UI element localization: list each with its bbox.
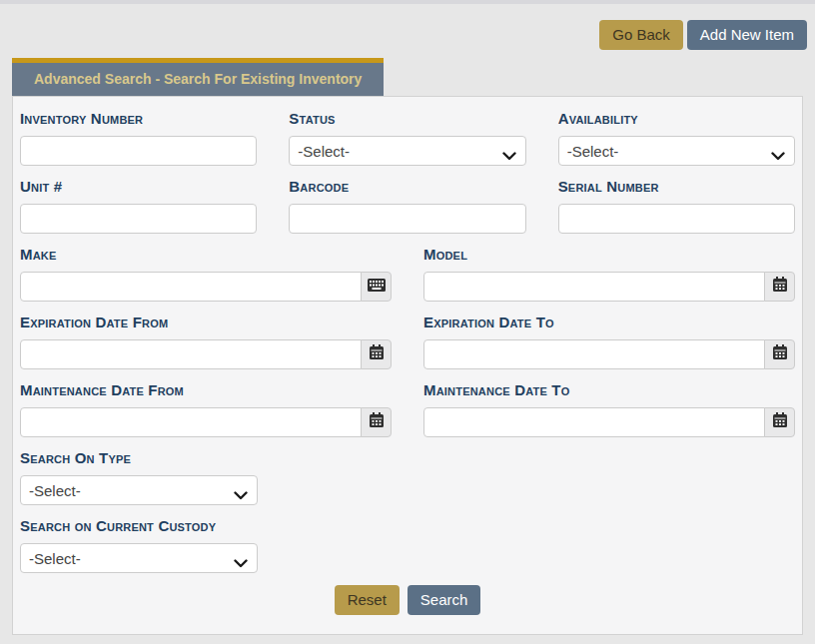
status-label: Status — [289, 110, 525, 128]
status-field-group: Status -Select- — [289, 110, 525, 166]
tab-advanced-search[interactable]: Advanced Search - Search For Existing In… — [12, 58, 384, 96]
inventory-number-field-group: Inventory Number — [20, 110, 257, 166]
search-on-type-select[interactable]: -Select- — [20, 475, 258, 505]
calendar-icon — [773, 277, 787, 297]
expiration-date-to-calendar-button[interactable] — [764, 339, 795, 369]
maintenance-date-to-field-group: Maintenance Date To — [423, 381, 795, 437]
reset-button[interactable]: Reset — [335, 585, 400, 615]
availability-label: Availability — [558, 110, 795, 128]
make-input[interactable] — [20, 272, 362, 302]
availability-select[interactable]: -Select- — [558, 136, 795, 166]
expiration-date-to-field-group: Expiration Date To — [423, 314, 795, 369]
form-row-1: Inventory Number Status -Select- Availab… — [20, 110, 795, 178]
maintenance-date-from-input[interactable] — [20, 407, 362, 437]
add-new-item-button[interactable]: Add New Item — [687, 20, 807, 50]
expiration-date-from-calendar-button[interactable] — [361, 339, 392, 369]
expiration-date-to-input[interactable] — [423, 339, 765, 369]
search-on-type-field-group: Search On Type -Select- — [20, 449, 795, 505]
make-keyboard-addon-button[interactable] — [361, 272, 392, 302]
advanced-search-panel: Inventory Number Status -Select- Availab… — [12, 96, 803, 635]
search-on-current-custody-selected-value: -Select- — [29, 550, 81, 567]
maintenance-date-to-input[interactable] — [423, 407, 765, 437]
barcode-label: Barcode — [289, 178, 525, 196]
maintenance-date-to-label: Maintenance Date To — [423, 381, 795, 399]
go-back-button[interactable]: Go Back — [599, 20, 683, 50]
expiration-date-from-input[interactable] — [20, 339, 362, 369]
barcode-field-group: Barcode — [289, 178, 525, 234]
barcode-input[interactable] — [289, 204, 525, 234]
calendar-icon — [370, 344, 384, 364]
inventory-number-label: Inventory Number — [20, 110, 257, 128]
inventory-number-input[interactable] — [20, 136, 257, 166]
search-on-current-custody-field-group: Search on Current Custody -Select- — [20, 517, 795, 573]
search-on-type-selected-value: -Select- — [29, 482, 81, 499]
form-actions: Reset Search — [20, 585, 795, 615]
expiration-date-to-label: Expiration Date To — [423, 314, 795, 331]
header-actions: Go Back Add New Item — [0, 4, 815, 50]
make-field-group: Make — [20, 246, 392, 302]
model-calendar-addon-button[interactable] — [764, 272, 795, 302]
unit-number-field-group: Unit # — [20, 178, 257, 234]
model-input[interactable] — [423, 272, 765, 302]
chevron-down-icon — [771, 147, 785, 164]
form-row-3: Make Model — [20, 246, 795, 314]
search-on-current-custody-label: Search on Current Custody — [20, 517, 795, 535]
serial-number-input[interactable] — [558, 204, 795, 234]
model-label: Model — [423, 246, 795, 264]
calendar-icon — [370, 412, 384, 432]
calendar-icon — [773, 412, 787, 432]
status-select[interactable]: -Select- — [289, 136, 525, 166]
serial-number-label: Serial Number — [558, 178, 795, 196]
search-on-type-label: Search On Type — [20, 449, 795, 467]
search-button[interactable]: Search — [408, 585, 481, 615]
calendar-icon — [773, 344, 787, 364]
search-on-current-custody-select[interactable]: -Select- — [20, 543, 258, 573]
model-field-group: Model — [423, 246, 795, 302]
unit-number-input[interactable] — [20, 204, 257, 234]
maintenance-date-from-label: Maintenance Date From — [20, 381, 392, 399]
form-row-2: Unit # Barcode Serial Number — [20, 178, 795, 246]
form-row-5: Maintenance Date From — [20, 381, 795, 449]
chevron-down-icon — [502, 147, 516, 164]
maintenance-date-to-calendar-button[interactable] — [764, 407, 795, 437]
maintenance-date-from-calendar-button[interactable] — [361, 407, 392, 437]
availability-selected-value: -Select- — [567, 143, 619, 160]
serial-number-field-group: Serial Number — [558, 178, 795, 234]
unit-number-label: Unit # — [20, 178, 257, 196]
maintenance-date-from-field-group: Maintenance Date From — [20, 381, 392, 437]
expiration-date-from-label: Expiration Date From — [20, 314, 392, 331]
expiration-date-from-field-group: Expiration Date From — [20, 314, 392, 369]
status-selected-value: -Select- — [298, 143, 350, 160]
chevron-down-icon — [234, 486, 248, 503]
availability-field-group: Availability -Select- — [558, 110, 795, 166]
keyboard-icon — [368, 278, 386, 296]
make-label: Make — [20, 246, 392, 264]
chevron-down-icon — [234, 554, 248, 571]
form-row-4: Expiration Date From — [20, 314, 795, 381]
